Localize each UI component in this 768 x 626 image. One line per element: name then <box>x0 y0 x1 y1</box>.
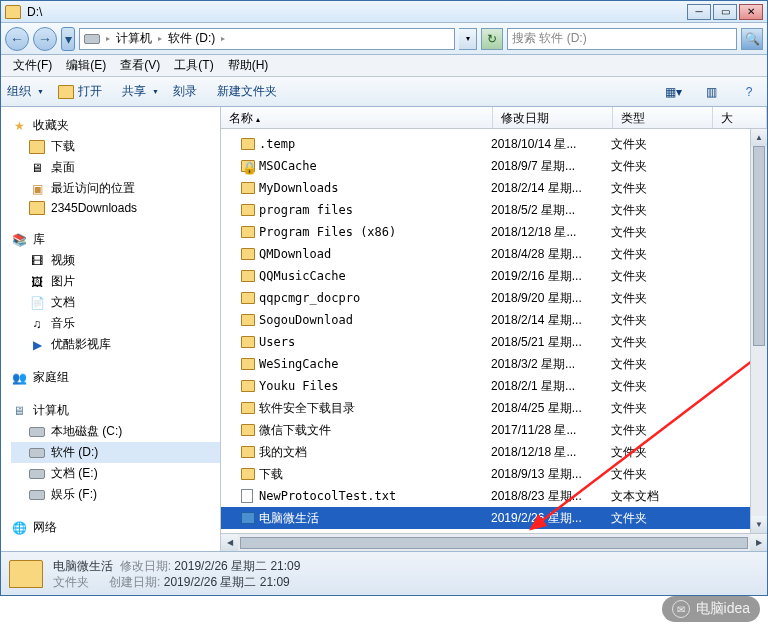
sidebar-item-video[interactable]: 🎞视频 <box>11 250 220 271</box>
desktop-icon: 🖥 <box>29 161 45 175</box>
sidebar-computer[interactable]: 🖥计算机 <box>11 400 220 421</box>
file-row[interactable]: SogouDownload2018/2/14 星期...文件夹 <box>221 309 767 331</box>
search-button[interactable]: 🔍 <box>741 28 763 50</box>
newfolder-button[interactable]: 新建文件夹 <box>217 83 283 100</box>
scroll-thumb[interactable] <box>753 146 765 346</box>
file-row[interactable]: Users2018/5/21 星期...文件夹 <box>221 331 767 353</box>
file-row[interactable]: NewProtocolTest.txt2018/8/23 星期...文本文档 <box>221 485 767 507</box>
file-row[interactable]: 下载2018/9/13 星期...文件夹 <box>221 463 767 485</box>
sidebar-network-label: 网络 <box>33 519 57 536</box>
file-row[interactable]: QQMusicCache2019/2/16 星期...文件夹 <box>221 265 767 287</box>
file-row[interactable]: MyDownloads2018/2/14 星期...文件夹 <box>221 177 767 199</box>
col-type[interactable]: 类型 <box>613 107 713 128</box>
file-type: 文件夹 <box>611 422 711 439</box>
menu-edit[interactable]: 编辑(E) <box>60 55 112 76</box>
file-row[interactable]: WeSingCache2018/3/2 星期...文件夹 <box>221 353 767 375</box>
open-button[interactable]: 打开 <box>58 83 108 100</box>
view-mode-button[interactable]: ▦▾ <box>661 82 685 102</box>
file-type: 文件夹 <box>611 510 711 527</box>
scroll-left-button[interactable]: ◀ <box>221 534 238 551</box>
search-input[interactable]: 搜索 软件 (D:) <box>507 28 737 50</box>
sidebar-libraries[interactable]: 📚库 <box>11 229 220 250</box>
folder-lock-icon: 🔒 <box>241 160 255 172</box>
refresh-button[interactable]: ↻ <box>481 28 503 50</box>
file-date: 2019/2/16 星期... <box>491 268 611 285</box>
close-button[interactable]: ✕ <box>739 4 763 20</box>
status-create-label: 创建日期: <box>109 575 160 589</box>
col-size[interactable]: 大 <box>713 107 767 128</box>
file-list[interactable]: .temp2018/10/14 星...文件夹🔒MSOCache2018/9/7… <box>221 129 767 533</box>
help-button[interactable]: ? <box>737 82 761 102</box>
file-date: 2018/5/21 星期... <box>491 334 611 351</box>
scroll-down-button[interactable]: ▼ <box>751 516 767 533</box>
scroll-up-button[interactable]: ▲ <box>751 129 767 146</box>
sidebar-item-pictures[interactable]: 🖼图片 <box>11 271 220 292</box>
burn-button[interactable]: 刻录 <box>173 83 203 100</box>
address-bar[interactable]: ▸ 计算机 ▸ 软件 (D:) ▸ <box>79 28 455 50</box>
file-name: Program Files (x86) <box>259 225 491 239</box>
folder-icon <box>241 336 255 348</box>
organize-button[interactable]: 组织 <box>7 83 44 100</box>
file-type: 文件夹 <box>611 202 711 219</box>
sidebar-item-drive-f[interactable]: 娱乐 (F:) <box>11 484 220 505</box>
file-row[interactable]: qqpcmgr_docpro2018/9/20 星期...文件夹 <box>221 287 767 309</box>
menu-tools[interactable]: 工具(T) <box>168 55 219 76</box>
sidebar-item-downloads[interactable]: 下载 <box>11 136 220 157</box>
file-row[interactable]: QMDownload2018/4/28 星期...文件夹 <box>221 243 767 265</box>
col-name[interactable]: 名称 ▴ <box>221 107 493 128</box>
file-row[interactable]: .temp2018/10/14 星...文件夹 <box>221 133 767 155</box>
col-date[interactable]: 修改日期 <box>493 107 613 128</box>
back-button[interactable]: ← <box>5 27 29 51</box>
video-icon: 🎞 <box>29 254 45 268</box>
file-row[interactable]: program files2018/5/2 星期...文件夹 <box>221 199 767 221</box>
file-row[interactable]: 我的文档2018/12/18 星...文件夹 <box>221 441 767 463</box>
breadcrumb-root[interactable]: 计算机 <box>116 30 152 47</box>
status-mod-label: 修改日期: <box>120 559 171 573</box>
horizontal-scrollbar[interactable]: ◀ ▶ <box>221 533 767 551</box>
history-dropdown[interactable]: ▾ <box>61 27 75 51</box>
sidebar-item-2345[interactable]: 2345Downloads <box>11 199 220 217</box>
folder-icon <box>241 270 255 282</box>
forward-button[interactable]: → <box>33 27 57 51</box>
sidebar-item-docs[interactable]: 📄文档 <box>11 292 220 313</box>
file-row[interactable]: Youku Files2018/2/1 星期...文件夹 <box>221 375 767 397</box>
file-name: NewProtocolTest.txt <box>259 489 491 503</box>
sidebar-item-music[interactable]: ♫音乐 <box>11 313 220 334</box>
sidebar-favorites[interactable]: ★收藏夹 <box>11 115 220 136</box>
sidebar-homegroup[interactable]: 👥家庭组 <box>11 367 220 388</box>
file-row[interactable]: 软件安全下载目录2018/4/25 星期...文件夹 <box>221 397 767 419</box>
menu-bar: 文件(F) 编辑(E) 查看(V) 工具(T) 帮助(H) <box>1 55 767 77</box>
maximize-button[interactable]: ▭ <box>713 4 737 20</box>
preview-pane-button[interactable]: ▥ <box>699 82 723 102</box>
scroll-thumb[interactable] <box>240 537 748 549</box>
file-date: 2018/12/18 星... <box>491 224 611 241</box>
sidebar: ★收藏夹 下载 🖥桌面 ▣最近访问的位置 2345Downloads 📚库 🎞视… <box>1 107 221 551</box>
sidebar-favorites-label: 收藏夹 <box>33 117 69 134</box>
file-row[interactable]: 微信下载文件2017/11/28 星...文件夹 <box>221 419 767 441</box>
file-row[interactable]: 🔒MSOCache2018/9/7 星期...文件夹 <box>221 155 767 177</box>
file-name: .temp <box>259 137 491 151</box>
minimize-button[interactable]: ─ <box>687 4 711 20</box>
sidebar-item-youku[interactable]: ▶优酷影视库 <box>11 334 220 355</box>
file-row[interactable]: 电脑微生活2019/2/26 星期...文件夹 <box>221 507 767 529</box>
file-type: 文件夹 <box>611 224 711 241</box>
breadcrumb-current[interactable]: 软件 (D:) <box>168 30 215 47</box>
sidebar-item-drive-c[interactable]: 本地磁盘 (C:) <box>11 421 220 442</box>
menu-view[interactable]: 查看(V) <box>114 55 166 76</box>
sidebar-network[interactable]: 🌐网络 <box>11 517 220 538</box>
sidebar-item-desktop[interactable]: 🖥桌面 <box>11 157 220 178</box>
music-icon: ♫ <box>29 317 45 331</box>
scroll-right-button[interactable]: ▶ <box>750 534 767 551</box>
menu-file[interactable]: 文件(F) <box>7 55 58 76</box>
file-type: 文件夹 <box>611 334 711 351</box>
sidebar-item-drive-d[interactable]: 软件 (D:) <box>11 442 220 463</box>
file-name: MyDownloads <box>259 181 491 195</box>
file-type: 文件夹 <box>611 466 711 483</box>
file-row[interactable]: Program Files (x86)2018/12/18 星...文件夹 <box>221 221 767 243</box>
address-dropdown[interactable]: ▾ <box>459 28 477 50</box>
share-button[interactable]: 共享 <box>122 83 159 100</box>
menu-help[interactable]: 帮助(H) <box>222 55 275 76</box>
vertical-scrollbar[interactable]: ▲ ▼ <box>750 129 767 533</box>
sidebar-item-recent[interactable]: ▣最近访问的位置 <box>11 178 220 199</box>
sidebar-item-drive-e[interactable]: 文档 (E:) <box>11 463 220 484</box>
